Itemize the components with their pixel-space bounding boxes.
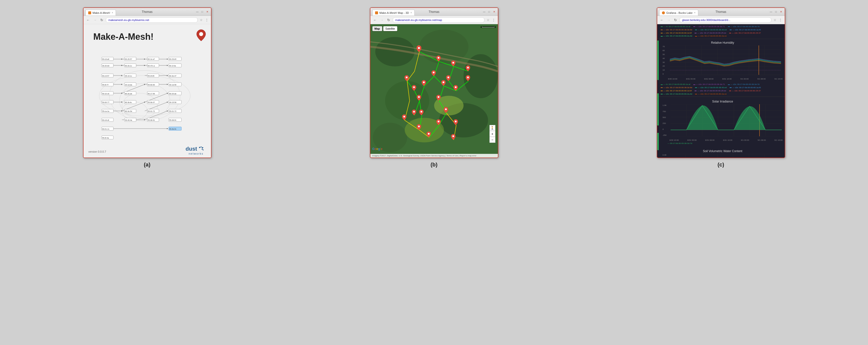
- chart-area-rh: 70 60 50 40 30 20 10 0: [663, 45, 783, 80]
- addr-icons-b: ☆ ⋮: [486, 18, 496, 22]
- legend-s3x-4: — s3x: 00-17-0d-00-00-38-40-e4: [695, 28, 727, 32]
- aerial-map-svg: [370, 24, 498, 158]
- svg-text:55-0f-7f: 55-0f-7f: [102, 84, 108, 86]
- back-btn-c[interactable]: ←: [659, 18, 665, 23]
- svg-text:55-08-91: 55-08-91: [169, 119, 177, 121]
- close-btn-a[interactable]: ✕: [206, 10, 209, 13]
- legend-mid-s3x-5: — s3x: 00-17-0d-00-00-60-1a-f0: [730, 86, 761, 89]
- svg-point-144: [452, 62, 454, 63]
- map-scale: [480, 26, 496, 28]
- svg-point-143: [438, 57, 439, 59]
- maximize-btn-b[interactable]: □: [488, 10, 491, 13]
- svg-text:55-0f-4a: 55-0f-4a: [102, 137, 109, 139]
- svg-text:60-c9-57: 60-c9-57: [102, 75, 109, 77]
- legend-s3x-1: — s3x: 00-17-0d-00-00-38-3d-71: [693, 25, 725, 28]
- svg-text:35-10-1c: 35-10-1c: [125, 75, 132, 77]
- address-bar-b: ← → ↻ ☆ ⋮: [370, 16, 498, 24]
- tab-grafana[interactable]: Grafana - Bucks Lake ×: [659, 10, 698, 15]
- chart-area-soil: 0.30: [663, 154, 783, 158]
- zoom-in-btn[interactable]: +: [490, 131, 495, 137]
- map-btn-satellite[interactable]: Satellite: [383, 26, 397, 31]
- svg-text:60-c8-a6: 60-c8-a6: [102, 58, 109, 60]
- svg-text:30-20-b0: 30-20-b0: [102, 65, 109, 67]
- svg-text:55-0f-65: 55-0f-65: [148, 75, 154, 77]
- legend-s3x-10: — s3x: 00-17-0d-00-00-60-2a-ce: [695, 35, 727, 38]
- legend-mid-s3x-9: — s3x: 00-17-0d-00-00-60-2a-4d: [661, 93, 692, 96]
- svg-text:60-29-b5: 60-29-b5: [169, 58, 177, 60]
- tab-favicon-a: [88, 11, 91, 14]
- solar-chart-svg: [670, 104, 783, 136]
- back-btn-a[interactable]: ←: [86, 18, 91, 23]
- url-bar-c[interactable]: [680, 17, 771, 23]
- tab-favicon-b: [375, 11, 378, 14]
- svg-text:60-c8-c8: 60-c8-c8: [102, 119, 109, 121]
- svg-text:50-10-c6: 50-10-c6: [102, 93, 109, 95]
- tab-close-a[interactable]: ×: [112, 11, 113, 14]
- svg-text:80-3e-5d: 80-3e-5d: [125, 111, 132, 113]
- reload-btn-b[interactable]: ↻: [386, 18, 391, 23]
- forward-btn-c[interactable]: →: [666, 18, 672, 23]
- chart-title-rh: Relative Humidity: [661, 41, 785, 44]
- legend-mid-row-4: — s3x: 00-17-0d-00-00-60-2a-4d — s3x: 00…: [661, 93, 783, 96]
- mesh-version: version 0.0.0.7: [89, 150, 106, 153]
- page-content-c: — rh: 00-17-0d-00-00-60-1e-af — s3x: 00-…: [657, 24, 785, 158]
- svg-text:20-1d-da: 20-1d-da: [125, 84, 132, 86]
- chart-title-solar: Solar Irradiance: [661, 100, 785, 103]
- legend-mid-s3x-3: — s3x: 00-17-0d-00-00-38-3d-9d: [661, 86, 692, 89]
- forward-btn-b[interactable]: →: [379, 18, 385, 23]
- dust-logo-icon: [199, 147, 204, 151]
- green-sidebar-1: [657, 40, 659, 80]
- tab-close-b[interactable]: ×: [410, 11, 412, 14]
- minimize-btn-a[interactable]: —: [196, 10, 199, 13]
- svg-text:80-3b-fa: 80-3b-fa: [125, 101, 131, 103]
- menu-icon-b[interactable]: ⋮: [491, 18, 496, 22]
- svg-point-160: [438, 121, 439, 123]
- reload-btn-a[interactable]: ↻: [99, 18, 104, 23]
- svg-text:30-1d-56: 30-1d-56: [169, 84, 177, 86]
- url-bar-b[interactable]: [393, 17, 485, 23]
- svg-text:55-01-72: 55-01-72: [148, 111, 155, 113]
- star-icon-a[interactable]: ☆: [199, 18, 204, 22]
- map-btn-map[interactable]: Map: [372, 26, 382, 31]
- close-btn-c[interactable]: ✕: [779, 10, 783, 13]
- svg-point-157: [420, 111, 422, 113]
- close-btn-b[interactable]: ✕: [492, 10, 496, 13]
- zoom-person-btn[interactable]: 🚶: [490, 125, 495, 131]
- forward-btn-a[interactable]: →: [92, 18, 98, 23]
- maximize-btn-c[interactable]: □: [774, 10, 778, 13]
- maximize-btn-a[interactable]: □: [200, 10, 204, 13]
- solar-legend: — 00-17-0d-00-00-38-3d-7d: [661, 141, 785, 146]
- tab-close-c[interactable]: ×: [694, 11, 695, 14]
- page-content-b: Map Satellite: [370, 24, 498, 158]
- legend-row-3: — s3x: 00-17-0d-00-00-60-1d-0f — s3x: 00…: [661, 32, 783, 35]
- reload-btn-c[interactable]: ↻: [673, 18, 678, 23]
- map-zoom-controls: 🚶 + −: [490, 125, 495, 143]
- svg-point-145: [467, 67, 469, 68]
- minimize-btn-b[interactable]: —: [483, 10, 486, 13]
- panel-c: Grafana - Bucks Lake × Thomas — □ ✕ ← → …: [579, 7, 863, 168]
- star-icon-c[interactable]: ☆: [773, 18, 777, 22]
- tab-map[interactable]: Make-A-Mesh! Map - 3D ×: [372, 10, 415, 15]
- tab-favicon-c: [662, 11, 665, 14]
- url-bar-a[interactable]: [106, 17, 198, 23]
- menu-icon-a[interactable]: ⋮: [205, 18, 209, 22]
- svg-point-149: [455, 87, 456, 88]
- star-icon-b[interactable]: ☆: [486, 18, 491, 22]
- legend-s3x-7: — s3x: 00-17-0d-00-00-60-25-ee: [694, 32, 726, 35]
- tab-make-a-mesh[interactable]: Make-A-Mesh! ×: [86, 10, 116, 15]
- menu-icon-c[interactable]: ⋮: [778, 18, 783, 22]
- svg-text:55-0b-07: 55-0b-07: [148, 101, 155, 103]
- svg-text:55-01-72: 55-01-72: [169, 111, 177, 113]
- svg-text:55-60-60: 55-60-60: [148, 84, 155, 86]
- browser-window-c: Grafana - Bucks Lake × Thomas — □ ✕ ← → …: [657, 7, 785, 158]
- svg-point-142: [418, 47, 420, 49]
- y-axis-solar: 1.0K 750 500 250 0 -250: [663, 104, 670, 136]
- panel-label-b: (b): [430, 161, 437, 168]
- svg-text:55-ca-1a: 55-ca-1a: [102, 111, 109, 113]
- back-btn-b[interactable]: ←: [372, 18, 378, 23]
- title-bar-c: Grafana - Bucks Lake × Thomas — □ ✕: [657, 8, 785, 16]
- minimize-btn-c[interactable]: —: [769, 10, 773, 13]
- green-sidebar-2: [657, 93, 659, 125]
- x-axis-rh: 8/30 16:00 8/31 00:00 8/31 08:00 8/31 16…: [668, 78, 783, 80]
- zoom-out-btn[interactable]: −: [490, 137, 495, 143]
